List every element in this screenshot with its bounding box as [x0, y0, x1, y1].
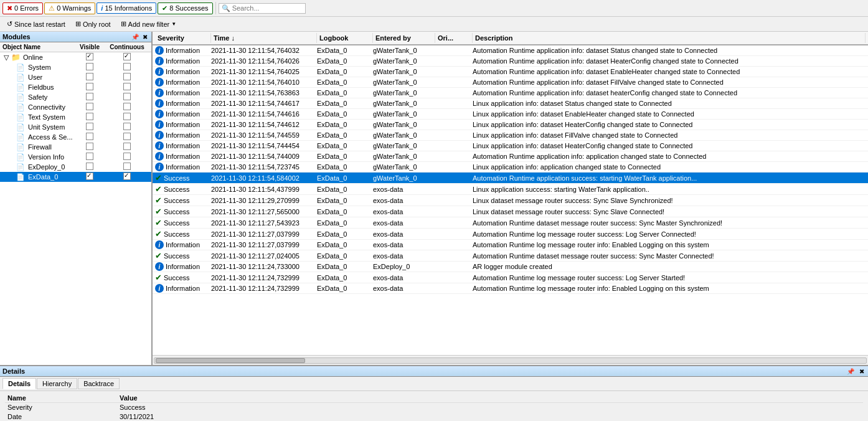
continuous-checkbox[interactable]: [123, 153, 131, 160]
col-visible: Visible: [74, 44, 105, 50]
description-cell: Automation Runtime log message router su…: [470, 273, 868, 282]
log-table-body[interactable]: iInformation2021-11-30 12:11:54,764032Ex…: [153, 45, 868, 355]
tree-item-user[interactable]: 📄User: [0, 72, 151, 82]
since-last-restart-button[interactable]: ↺ Since last restart: [2, 18, 70, 30]
visible-checkbox[interactable]: [86, 133, 93, 140]
visible-checkbox[interactable]: [86, 173, 93, 180]
continuous-checkbox[interactable]: [123, 63, 131, 70]
tree-item-exdeploy_0[interactable]: 📄ExDeploy_0: [0, 162, 151, 172]
success-badge-icon: ✔: [155, 229, 162, 239]
scrollbar-thumb[interactable]: [156, 358, 305, 363]
visible-checkbox[interactable]: [86, 123, 93, 130]
continuous-checkbox[interactable]: [123, 123, 131, 130]
tree-item-system[interactable]: 📄System: [0, 62, 151, 72]
visible-checkbox[interactable]: [86, 83, 93, 90]
log-header-4[interactable]: Ori...: [435, 33, 473, 43]
tree-item-safety[interactable]: 📄Safety: [0, 92, 151, 102]
visible-checkbox[interactable]: [86, 113, 93, 120]
visible-checkbox[interactable]: [86, 73, 93, 80]
informations-button[interactable]: i 15 Informations: [97, 2, 156, 14]
scrollbar-track[interactable]: [154, 357, 867, 364]
log-row[interactable]: iInformation2021-11-30 12:11:54,764010Ex…: [153, 77, 868, 88]
log-row[interactable]: iInformation2021-11-30 12:11:54,744612Ex…: [153, 120, 868, 130]
log-row[interactable]: iInformation2021-11-30 12:11:54,744616Ex…: [153, 109, 868, 120]
warnings-button[interactable]: ⚠ 0 Warnings: [44, 2, 95, 14]
tree-item-label: Version Info: [28, 153, 64, 161]
continuous-checkbox[interactable]: [123, 93, 131, 100]
continuous-checkbox[interactable]: [123, 133, 131, 140]
tree-item-text_system[interactable]: 📄Text System: [0, 112, 151, 122]
log-header-5[interactable]: Description: [473, 33, 866, 43]
log-row[interactable]: iInformation2021-11-30 12:11:54,744559Ex…: [153, 130, 868, 141]
log-row[interactable]: iInformation2021-11-30 12:11:54,764025Ex…: [153, 67, 868, 77]
visible-checkbox[interactable]: [86, 93, 93, 100]
log-row[interactable]: ✔Success2021-11-30 12:11:24,732999ExData…: [153, 272, 868, 283]
continuous-checkbox[interactable]: [123, 163, 131, 170]
tree-item-label: User: [28, 73, 42, 81]
continuous-checkbox[interactable]: [123, 53, 131, 60]
log-row[interactable]: ✔Success2021-11-30 12:11:27,037999ExData…: [153, 229, 868, 240]
visible-checkbox[interactable]: [86, 143, 93, 150]
details-tab-details[interactable]: Details: [2, 378, 36, 389]
continuous-checkbox[interactable]: [123, 143, 131, 150]
log-row[interactable]: iInformation2021-11-30 12:11:54,723745Ex…: [153, 162, 868, 173]
continuous-checkbox[interactable]: [123, 173, 131, 180]
details-tab-backtrace[interactable]: Backtrace: [78, 378, 120, 389]
severity-label: Information: [166, 121, 200, 128]
log-row[interactable]: ✔Success2021-11-30 12:11:27,024005ExData…: [153, 250, 868, 262]
log-header-0[interactable]: Severity: [155, 33, 211, 43]
log-row[interactable]: ✔Success2021-11-30 12:11:54,437999ExData…: [153, 184, 868, 195]
details-name-header: Name: [5, 394, 117, 403]
continuous-checkbox[interactable]: [123, 113, 131, 120]
continuous-checkbox[interactable]: [123, 83, 131, 90]
search-input[interactable]: [232, 4, 303, 12]
visible-checkbox[interactable]: [86, 53, 93, 60]
tree-item-unit_system[interactable]: 📄Unit System: [0, 122, 151, 132]
log-row[interactable]: ✔Success2021-11-30 12:11:29,270999ExData…: [153, 195, 868, 206]
log-row[interactable]: iInformation2021-11-30 12:11:54,744009Ex…: [153, 151, 868, 162]
successes-button[interactable]: ✔ 8 Successes: [158, 2, 212, 14]
continuous-checkbox[interactable]: [123, 103, 131, 110]
log-row[interactable]: iInformation2021-11-30 12:11:54,764032Ex…: [153, 45, 868, 56]
log-header-1[interactable]: Time ↓: [211, 33, 317, 43]
log-row[interactable]: ✔Success2021-11-30 12:11:54,584002ExData…: [153, 173, 868, 184]
log-row[interactable]: ✔Success2021-11-30 12:11:27,543923ExData…: [153, 217, 868, 229]
ori-cell: [433, 211, 470, 212]
visible-checkbox[interactable]: [86, 163, 93, 170]
only-root-button[interactable]: ⊞ Only root: [71, 18, 115, 30]
horizontal-scrollbar[interactable]: [153, 355, 868, 365]
log-row[interactable]: iInformation2021-11-30 12:11:24,733000Ex…: [153, 262, 868, 272]
close-panel-button[interactable]: ✖: [141, 34, 149, 40]
time-cell: 2021-11-30 12:11:27,543923: [209, 219, 314, 227]
modules-panel-header: Modules 📌 ✖: [0, 32, 151, 42]
details-pin-button[interactable]: 📌: [846, 368, 856, 375]
visible-checkbox[interactable]: [86, 153, 93, 160]
details-tab-hierarchy[interactable]: Hierarchy: [37, 378, 77, 389]
tree-item-version_info[interactable]: 📄Version Info: [0, 152, 151, 162]
time-cell: 2021-11-30 12:11:54,584002: [209, 174, 314, 182]
log-row[interactable]: iInformation2021-11-30 12:11:54,763863Ex…: [153, 88, 868, 98]
log-row[interactable]: iInformation2021-11-30 12:11:54,744454Ex…: [153, 141, 868, 151]
pin-button[interactable]: 📌: [130, 34, 140, 40]
tree-item-exdata_0[interactable]: 📄ExData_0: [0, 172, 151, 182]
search-box[interactable]: 🔍: [219, 3, 306, 14]
details-close-button[interactable]: ✖: [858, 368, 866, 375]
visible-checkbox[interactable]: [86, 103, 93, 110]
visible-checkbox[interactable]: [86, 63, 93, 70]
continuous-checkbox[interactable]: [123, 73, 131, 80]
tree-item-connectivity[interactable]: 📄Connectivity: [0, 102, 151, 112]
log-header-3[interactable]: Entered by: [373, 33, 435, 43]
log-row[interactable]: iInformation2021-11-30 12:11:27,037999Ex…: [153, 240, 868, 250]
severity-label: Success: [164, 230, 190, 238]
log-row[interactable]: iInformation2021-11-30 12:11:54,744617Ex…: [153, 98, 868, 109]
errors-button[interactable]: ✖ 0 Errors: [2, 2, 43, 14]
log-row[interactable]: ✔Success2021-11-30 12:11:27,565000ExData…: [153, 206, 868, 217]
tree-item-online[interactable]: ▽📁Online: [0, 52, 151, 62]
tree-item-fieldbus[interactable]: 📄Fieldbus: [0, 82, 151, 92]
log-row[interactable]: iInformation2021-11-30 12:11:54,764026Ex…: [153, 56, 868, 67]
tree-item-access_&_se...[interactable]: 📄Access & Se...: [0, 132, 151, 142]
log-header-2[interactable]: Logbook: [317, 33, 373, 43]
tree-item-firewall[interactable]: 📄Firewall: [0, 142, 151, 152]
add-filter-button[interactable]: ⊞ Add new filter ▼: [116, 18, 181, 30]
log-row[interactable]: iInformation2021-11-30 12:11:24,732999Ex…: [153, 283, 868, 294]
